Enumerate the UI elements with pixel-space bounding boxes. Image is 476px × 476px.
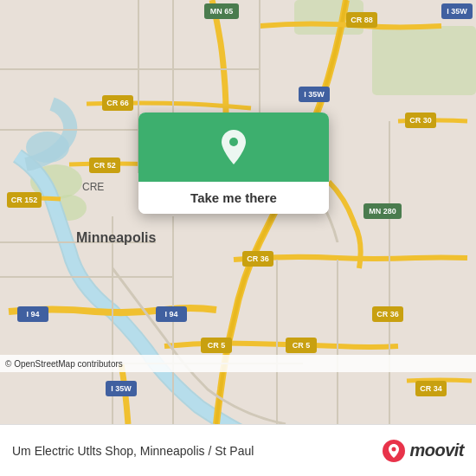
- svg-text:CR 88: CR 88: [351, 16, 373, 24]
- svg-text:CR 52: CR 52: [93, 161, 116, 170]
- svg-text:CR 66: CR 66: [106, 99, 129, 107]
- svg-point-55: [229, 138, 238, 146]
- svg-text:Minneapolis: Minneapolis: [76, 230, 157, 245]
- location-label: Um Electric Utlts Shop, Minneapolis / St…: [12, 444, 254, 458]
- svg-text:CR 5: CR 5: [293, 341, 311, 350]
- svg-rect-3: [372, 26, 476, 95]
- svg-text:I 35W: I 35W: [304, 90, 325, 99]
- svg-text:CRE: CRE: [82, 181, 104, 193]
- svg-text:CR 5: CR 5: [208, 341, 226, 350]
- svg-text:CR 36: CR 36: [376, 310, 399, 318]
- location-pin-icon: [218, 128, 249, 166]
- popup-card: Take me there: [138, 113, 329, 214]
- svg-text:CR 36: CR 36: [247, 254, 269, 263]
- take-me-there-button[interactable]: Take me there: [138, 182, 329, 214]
- moovit-brand-text: moovit: [409, 441, 464, 460]
- svg-text:MN 280: MN 280: [369, 207, 396, 215]
- moovit-logo: moovit: [382, 439, 464, 463]
- popup-green-area: [138, 113, 329, 182]
- moovit-icon: [382, 439, 406, 463]
- svg-text:I 35W: I 35W: [447, 7, 467, 16]
- svg-text:I 94: I 94: [164, 310, 177, 318]
- svg-point-57: [392, 447, 396, 451]
- svg-text:CR 30: CR 30: [409, 116, 432, 125]
- svg-text:I 94: I 94: [26, 310, 39, 318]
- map-container: MN 65 CR 88 I 35W I 35W CR 66 CR 30 CR 5…: [0, 0, 476, 424]
- svg-text:I 35W: I 35W: [111, 384, 132, 393]
- map-attribution: © OpenStreetMap contributors: [0, 355, 476, 372]
- svg-text:MN 65: MN 65: [210, 7, 234, 16]
- bottom-bar: Um Electric Utlts Shop, Minneapolis / St…: [0, 424, 476, 476]
- svg-point-5: [26, 132, 69, 163]
- svg-text:CR 152: CR 152: [11, 196, 38, 204]
- svg-text:CR 34: CR 34: [420, 384, 442, 393]
- attribution-text: © OpenStreetMap contributors: [5, 359, 123, 369]
